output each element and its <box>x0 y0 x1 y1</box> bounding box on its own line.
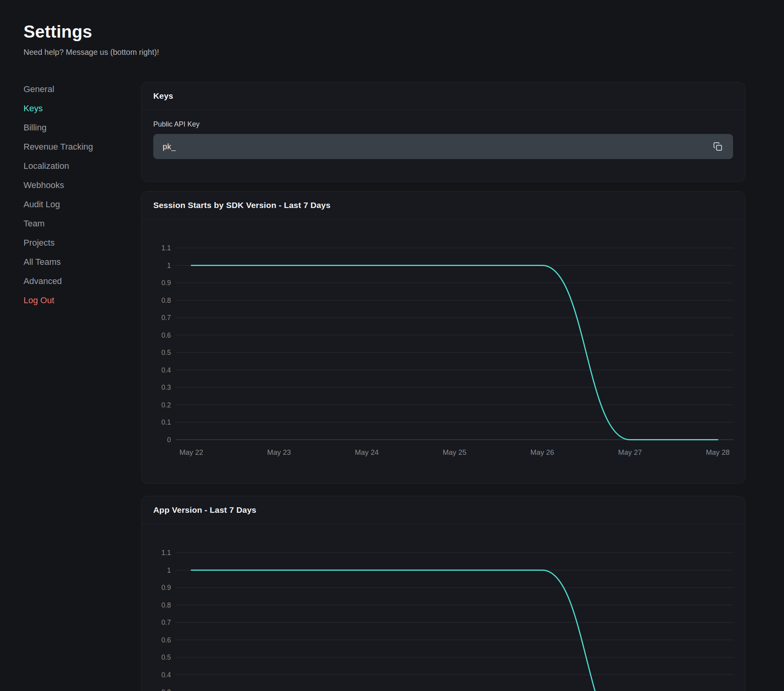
app-version-chart-title: App Version - Last 7 Days <box>153 505 256 515</box>
main-content: Keys Public API Key pk_ Session Starts b… <box>141 82 745 691</box>
svg-text:0.8: 0.8 <box>162 297 171 304</box>
svg-text:0.5: 0.5 <box>162 349 171 356</box>
svg-text:0.9: 0.9 <box>162 584 171 592</box>
sessions-chart-title: Session Starts by SDK Version - Last 7 D… <box>153 201 330 210</box>
svg-text:0.4: 0.4 <box>162 366 171 374</box>
svg-text:0: 0 <box>167 436 171 444</box>
app-version-chart-header: App Version - Last 7 Days <box>142 496 745 524</box>
svg-text:0.2: 0.2 <box>162 401 171 409</box>
copy-button[interactable] <box>710 139 725 154</box>
app-version-chart-card: App Version - Last 7 Days 1.110.90.80.70… <box>141 496 745 691</box>
svg-text:1.1: 1.1 <box>162 549 171 557</box>
sidebar-item-keys[interactable]: Keys <box>24 99 133 118</box>
public-api-key-field[interactable]: pk_ <box>153 134 733 159</box>
page-title: Settings <box>24 22 159 42</box>
svg-text:0.3: 0.3 <box>162 688 171 691</box>
svg-text:0.1: 0.1 <box>162 418 171 426</box>
sessions-chart: 1.110.90.80.70.60.50.40.30.20.10May 22Ma… <box>142 219 745 483</box>
svg-text:1: 1 <box>167 566 171 574</box>
page-header: Settings Need help? Message us (bottom r… <box>24 22 159 57</box>
svg-text:0.7: 0.7 <box>162 619 171 626</box>
sessions-chart-card: Session Starts by SDK Version - Last 7 D… <box>141 191 745 484</box>
app-version-chart: 1.110.90.80.70.60.50.40.30.20.10May 22Ma… <box>142 524 745 691</box>
public-api-key-label: Public API Key <box>153 120 733 128</box>
keys-card-title: Keys <box>153 91 173 101</box>
svg-text:May 27: May 27 <box>618 448 642 456</box>
svg-text:0.8: 0.8 <box>162 601 171 609</box>
sidebar-item-projects[interactable]: Projects <box>24 233 133 252</box>
svg-text:May 28: May 28 <box>706 448 730 456</box>
copy-icon <box>713 141 723 152</box>
svg-text:0.9: 0.9 <box>162 279 171 287</box>
sidebar-item-revenue-tracking[interactable]: Revenue Tracking <box>24 137 133 156</box>
sidebar-item-advanced[interactable]: Advanced <box>24 271 133 291</box>
svg-text:0.3: 0.3 <box>162 383 171 391</box>
sidebar-item-team[interactable]: Team <box>24 214 133 233</box>
svg-text:1: 1 <box>167 262 171 270</box>
public-api-key-value: pk_ <box>163 142 176 151</box>
svg-text:1.1: 1.1 <box>162 244 171 252</box>
svg-text:May 25: May 25 <box>443 448 466 456</box>
svg-text:0.4: 0.4 <box>162 671 171 679</box>
sidebar-item-localization[interactable]: Localization <box>24 156 133 175</box>
keys-card: Keys Public API Key pk_ <box>141 82 745 182</box>
svg-text:0.5: 0.5 <box>162 653 171 661</box>
svg-text:May 23: May 23 <box>267 448 291 456</box>
page-subtitle: Need help? Message us (bottom right)! <box>24 48 159 57</box>
svg-text:May 26: May 26 <box>530 448 554 456</box>
sessions-chart-header: Session Starts by SDK Version - Last 7 D… <box>142 192 745 219</box>
sidebar-item-all-teams[interactable]: All Teams <box>24 252 133 271</box>
svg-text:0.6: 0.6 <box>162 636 171 644</box>
sidebar-item-audit-log[interactable]: Audit Log <box>24 195 133 214</box>
svg-text:May 22: May 22 <box>180 448 203 456</box>
svg-text:May 24: May 24 <box>355 448 379 456</box>
keys-card-header: Keys <box>142 82 745 110</box>
sidebar-item-log-out[interactable]: Log Out <box>24 291 133 310</box>
svg-text:0.6: 0.6 <box>162 331 171 339</box>
sidebar-item-billing[interactable]: Billing <box>24 118 133 137</box>
sidebar: GeneralKeysBillingRevenue TrackingLocali… <box>24 80 133 310</box>
sidebar-item-webhooks[interactable]: Webhooks <box>24 175 133 195</box>
sidebar-item-general[interactable]: General <box>24 80 133 99</box>
svg-text:0.7: 0.7 <box>162 314 171 322</box>
